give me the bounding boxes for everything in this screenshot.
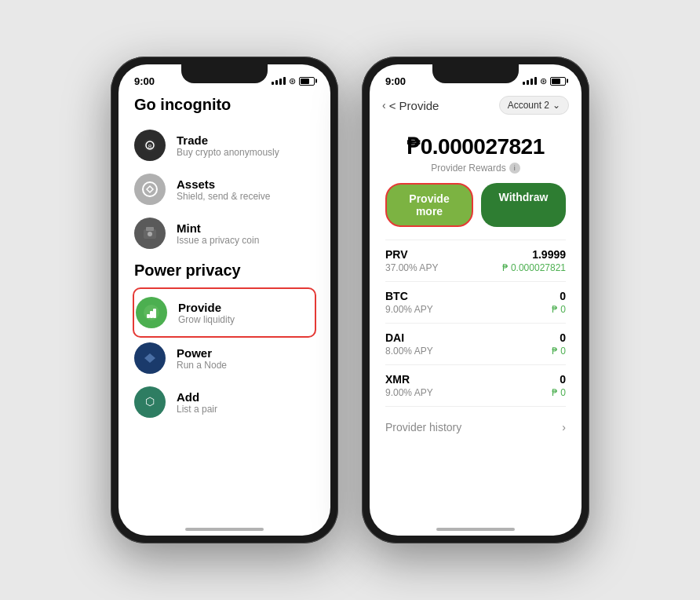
signal-icon-1: [272, 77, 286, 85]
screen-content-1: Go incognito 8 Trade Buy crypto anonymou…: [118, 93, 330, 424]
assets-text: Assets Shield, send & receive: [177, 177, 270, 202]
trade-name: Trade: [177, 134, 279, 147]
status-time-2: 9:00: [385, 75, 406, 87]
battery-icon-1: [299, 77, 315, 86]
power-desc: Run a Node: [177, 360, 227, 371]
home-indicator-2: [436, 528, 515, 531]
add-text: Add List a pair: [177, 390, 217, 415]
crypto-row-prv[interactable]: PRV 37.00% APY 1.9999 ₱ 0.000027821: [370, 240, 582, 281]
btc-symbol: BTC: [385, 290, 433, 302]
mint-name: Mint: [177, 221, 259, 235]
battery-icon-2: [550, 77, 566, 86]
menu-item-provide[interactable]: Provide Grow liquidity: [136, 291, 313, 335]
highlight-box-provide: Provide Grow liquidity: [133, 287, 316, 338]
provide-more-button[interactable]: Provide more: [385, 183, 473, 227]
dai-symbol: DAI: [385, 331, 433, 344]
prv-amount: 1.9999: [502, 248, 566, 261]
account-badge[interactable]: Account 2 ⌄: [499, 96, 569, 115]
trade-icon: 8: [134, 130, 166, 161]
phone-2: 9:00 ⊛ ‹ < P: [362, 57, 589, 543]
xmr-amount: 0: [552, 373, 566, 386]
nav-title: < Provide: [389, 99, 439, 112]
mint-icon: [134, 218, 166, 249]
svg-point-3: [143, 182, 157, 196]
account-label: Account 2: [508, 100, 549, 111]
btc-sub-amount: ₱ 0: [552, 304, 566, 315]
trade-desc: Buy crypto anonymously: [177, 147, 279, 158]
btc-amount: 0: [552, 290, 566, 302]
balance-amount: ₱0.000027821: [370, 134, 582, 159]
provide-icon: [136, 297, 167, 328]
status-time-1: 9:00: [134, 75, 155, 87]
signal-icon-2: [523, 77, 537, 85]
withdraw-button[interactable]: Withdraw: [481, 183, 566, 227]
xmr-sub-amount: ₱ 0: [552, 387, 566, 398]
wifi-icon-1: ⊛: [289, 76, 296, 86]
svg-rect-8: [147, 314, 150, 318]
prv-symbol: PRV: [385, 248, 438, 261]
notch-1: [181, 64, 268, 83]
power-name: Power: [177, 346, 227, 360]
back-button[interactable]: ‹ < Provide: [382, 99, 439, 112]
action-buttons: Provide more Withdraw: [370, 183, 582, 240]
crypto-row-xmr[interactable]: XMR 9.00% APY 0 ₱ 0: [370, 365, 582, 406]
status-icons-1: ⊛: [272, 76, 315, 86]
add-name: Add: [177, 390, 217, 404]
menu-item-assets[interactable]: Assets Shield, send & receive: [134, 167, 315, 211]
power-text: Power Run a Node: [177, 346, 227, 371]
provide-text: Provide Grow liquidity: [178, 301, 235, 325]
svg-text:⬡: ⬡: [145, 395, 155, 408]
home-indicator-1: [185, 528, 264, 531]
assets-name: Assets: [177, 177, 270, 191]
info-icon[interactable]: i: [509, 163, 520, 174]
xmr-apy: 9.00% APY: [385, 387, 433, 398]
dai-apy: 8.00% APY: [385, 346, 433, 357]
balance-label: Provider Rewards i: [370, 163, 582, 174]
dai-amount: 0: [552, 331, 566, 344]
phone-1: 9:00 ⊛ Go incognito: [111, 57, 338, 543]
chevron-right-icon: ›: [562, 421, 566, 434]
power-icon: [134, 342, 166, 374]
svg-rect-5: [146, 227, 154, 231]
menu-item-mint[interactable]: Mint Issue a privacy coin: [134, 211, 315, 255]
menu-item-trade[interactable]: 8 Trade Buy crypto anonymously: [134, 123, 315, 167]
provide-name: Provide: [178, 301, 235, 314]
svg-rect-9: [150, 311, 153, 318]
mint-text: Mint Issue a privacy coin: [177, 221, 259, 246]
provide-desc: Grow liquidity: [178, 314, 235, 325]
wifi-icon-2: ⊛: [540, 76, 547, 86]
provider-history-label: Provider history: [385, 421, 461, 434]
assets-icon: [134, 174, 166, 205]
svg-text:8: 8: [148, 143, 152, 150]
svg-rect-10: [153, 309, 156, 318]
nav-bar: ‹ < Provide Account 2 ⌄: [370, 93, 582, 121]
back-chevron: ‹: [382, 99, 386, 112]
prv-sub-amount: ₱ 0.000027821: [502, 262, 566, 273]
balance-section: ₱0.000027821 Provider Rewards i: [370, 121, 582, 183]
crypto-row-dai[interactable]: DAI 8.00% APY 0 ₱ 0: [370, 324, 582, 364]
status-icons-2: ⊛: [523, 76, 566, 86]
btc-apy: 9.00% APY: [385, 304, 433, 315]
crypto-row-btc[interactable]: BTC 9.00% APY 0 ₱ 0: [370, 282, 582, 323]
trade-text: Trade Buy crypto anonymously: [177, 134, 279, 158]
account-chevron: ⌄: [552, 100, 560, 111]
svg-point-6: [148, 232, 152, 236]
section-title-power-privacy: Power privacy: [134, 262, 315, 280]
prv-apy: 37.00% APY: [385, 262, 438, 273]
assets-desc: Shield, send & receive: [177, 191, 270, 202]
mint-desc: Issue a privacy coin: [177, 235, 259, 246]
phones-container: 9:00 ⊛ Go incognito: [111, 57, 589, 543]
add-icon: ⬡: [134, 386, 166, 418]
divider-bottom: [385, 406, 566, 407]
xmr-symbol: XMR: [385, 373, 433, 386]
section-title-go-incognito: Go incognito: [134, 96, 315, 114]
menu-item-power[interactable]: Power Run a Node: [134, 336, 315, 380]
provider-history-row[interactable]: Provider history ›: [370, 410, 582, 445]
notch-2: [432, 64, 519, 83]
dai-sub-amount: ₱ 0: [552, 346, 566, 357]
add-desc: List a pair: [177, 404, 217, 415]
menu-item-add[interactable]: ⬡ Add List a pair: [134, 380, 315, 424]
